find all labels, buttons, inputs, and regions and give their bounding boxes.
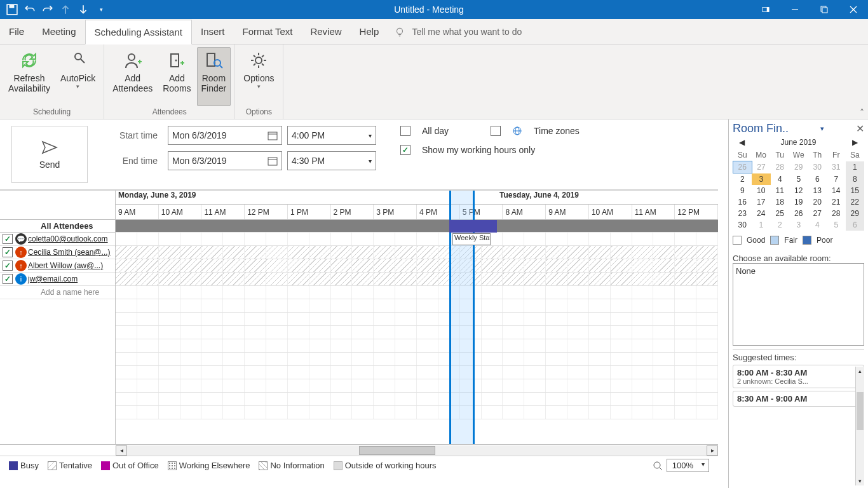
calendar-day[interactable]: 3: [789, 219, 808, 231]
close-button[interactable]: [839, 0, 868, 19]
calendar-day[interactable]: 17: [752, 196, 771, 208]
scroll-thumb[interactable]: [359, 446, 435, 455]
calendar-day[interactable]: 3: [752, 173, 771, 186]
calendar-day[interactable]: 29: [789, 161, 808, 173]
availability-grid[interactable]: Monday, June 3, 2019 Tuesday, June 4, 20…: [116, 191, 718, 444]
calendar-day[interactable]: 1: [846, 161, 865, 173]
tab-insert[interactable]: Insert: [192, 19, 234, 44]
calendar-day[interactable]: 10: [752, 185, 771, 196]
calendar-day[interactable]: 2: [733, 173, 752, 186]
attendee-checkbox[interactable]: [3, 261, 13, 271]
room-finder-button[interactable]: Room Finder: [197, 47, 231, 106]
calendar-day[interactable]: 15: [846, 185, 865, 196]
dropdown-icon[interactable]: ▾: [820, 125, 824, 133]
ribbon-display-icon[interactable]: [751, 0, 780, 19]
save-icon[interactable]: [6, 4, 18, 15]
calendar-day[interactable]: 24: [752, 208, 771, 219]
add-attendee-input[interactable]: Add a name here: [0, 286, 115, 299]
scroll-thumb[interactable]: [857, 392, 864, 430]
calendar-day[interactable]: 11: [771, 185, 790, 196]
add-attendees-button[interactable]: Add Attendees: [108, 47, 157, 106]
calendar-day[interactable]: 28: [827, 208, 846, 219]
suggested-time-item[interactable]: 8:30 AM - 9:00 AM: [733, 391, 864, 407]
attendee-checkbox[interactable]: [3, 274, 13, 284]
autopick-button[interactable]: AutoPick ▾: [56, 47, 100, 106]
calendar-day[interactable]: 30: [733, 219, 752, 231]
calendar-day[interactable]: 4: [771, 173, 790, 186]
calendar-day[interactable]: 21: [827, 196, 846, 208]
refresh-availability-button[interactable]: Refresh Availability: [4, 47, 55, 106]
start-date-input[interactable]: Mon 6/3/2019: [168, 126, 282, 145]
calendar-day[interactable]: 31: [827, 161, 846, 173]
attendee-row[interactable]: 💬 coletta00@outlook.com: [0, 233, 115, 246]
redo-icon[interactable]: [42, 4, 53, 15]
arrow-up-icon[interactable]: [60, 4, 71, 15]
prev-month-icon[interactable]: ◀: [739, 138, 745, 147]
horizontal-scrollbar[interactable]: ◂ ▸: [0, 444, 718, 456]
end-date-input[interactable]: Mon 6/3/2019: [168, 151, 282, 170]
maximize-button[interactable]: [810, 0, 839, 19]
attendee-row[interactable]: ↑ Albert Willow (aw@...): [0, 259, 115, 273]
suggestion-scrollbar[interactable]: ▴ ▾: [855, 367, 864, 485]
calendar-day[interactable]: 20: [808, 196, 827, 208]
event-weekly-staff[interactable]: Weekly Staff: [452, 233, 491, 245]
tab-scheduling-assistant[interactable]: Scheduling Assistant: [85, 20, 192, 44]
scroll-left-icon[interactable]: ◂: [116, 445, 127, 456]
tab-meeting[interactable]: Meeting: [33, 19, 85, 44]
calendar-day[interactable]: 23: [733, 208, 752, 219]
time-zones-checkbox[interactable]: [491, 126, 501, 136]
room-none[interactable]: None: [736, 266, 861, 276]
calendar-day[interactable]: 28: [771, 161, 790, 173]
calendar-day[interactable]: 9: [733, 185, 752, 196]
mini-calendar[interactable]: ◀ June 2019 ▶ SuMoTuWeThFrSa262728293031…: [733, 135, 864, 231]
calendar-day[interactable]: 27: [808, 208, 827, 219]
tab-format-text[interactable]: Format Text: [233, 19, 301, 44]
calendar-day[interactable]: 29: [846, 208, 865, 219]
calendar-day[interactable]: 12: [789, 185, 808, 196]
attendee-row[interactable]: i jw@email.com: [0, 273, 115, 286]
send-button[interactable]: Send: [11, 126, 88, 183]
minimize-button[interactable]: [780, 0, 810, 19]
collapse-ribbon-icon[interactable]: ˄: [860, 107, 864, 118]
zoom-dropdown[interactable]: 100%: [667, 459, 709, 472]
tab-file[interactable]: File: [0, 19, 33, 44]
all-day-checkbox[interactable]: [400, 126, 410, 136]
calendar-day[interactable]: 27: [752, 161, 771, 173]
calendar-day[interactable]: 7: [827, 173, 846, 186]
tab-review[interactable]: Review: [301, 19, 350, 44]
calendar-day[interactable]: 8: [846, 173, 865, 186]
working-hours-checkbox[interactable]: [400, 145, 410, 155]
close-pane-icon[interactable]: ✕: [856, 123, 864, 135]
calendar-day[interactable]: 26: [789, 208, 808, 219]
calendar-day[interactable]: 22: [846, 196, 865, 208]
end-time-dropdown[interactable]: 4:30 PM ▾: [287, 151, 376, 170]
scroll-up-icon[interactable]: ▴: [856, 367, 864, 376]
start-time-dropdown[interactable]: 4:00 PM ▾: [287, 126, 376, 145]
next-month-icon[interactable]: ▶: [852, 138, 858, 147]
calendar-day[interactable]: 16: [733, 196, 752, 208]
calendar-day[interactable]: 1: [752, 219, 771, 231]
options-button[interactable]: Options ▾: [239, 47, 278, 106]
add-rooms-button[interactable]: Add Rooms: [158, 47, 195, 106]
tab-help[interactable]: Help: [351, 19, 388, 44]
scroll-right-icon[interactable]: ▸: [707, 445, 718, 456]
calendar-day[interactable]: 6: [808, 173, 827, 186]
calendar-day[interactable]: 2: [771, 219, 790, 231]
tell-me[interactable]: Tell me what you want to do: [394, 19, 522, 44]
attendee-row[interactable]: ↑ Cecilia Smith (sean@...): [0, 246, 115, 259]
calendar-day[interactable]: 26: [733, 161, 752, 173]
arrow-down-icon[interactable]: [78, 4, 89, 15]
attendee-checkbox[interactable]: [3, 234, 13, 244]
calendar-day[interactable]: 5: [827, 219, 846, 231]
calendar-day[interactable]: 30: [808, 161, 827, 173]
attendee-checkbox[interactable]: [3, 247, 13, 257]
room-list[interactable]: None: [733, 263, 864, 346]
calendar-day[interactable]: 19: [789, 196, 808, 208]
calendar-day[interactable]: 18: [771, 196, 790, 208]
suggested-time-item[interactable]: 8:00 AM - 8:30 AM2 unknown: Cecilia S...: [733, 365, 864, 388]
calendar-day[interactable]: 6: [846, 219, 865, 231]
calendar-day[interactable]: 4: [808, 219, 827, 231]
search-icon[interactable]: [653, 461, 663, 471]
undo-icon[interactable]: [24, 4, 36, 15]
calendar-day[interactable]: 13: [808, 185, 827, 196]
